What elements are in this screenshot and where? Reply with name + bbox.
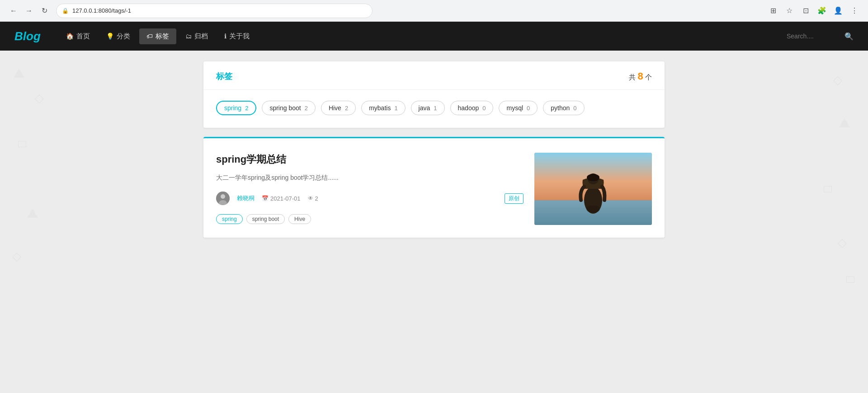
- tag-item-spring-boot[interactable]: spring boot 2: [262, 101, 316, 115]
- tag-count-spring-boot: 2: [305, 105, 308, 112]
- tag-name-java: java: [419, 104, 430, 112]
- post-meta: 赖晓桐 📅 2021-07-01 👁 2 原创: [216, 192, 524, 205]
- nav-label-home: 首页: [76, 32, 90, 41]
- tags-count: 共 8 个: [629, 70, 652, 82]
- deco-shape-1: [14, 69, 24, 78]
- info-icon: ℹ: [224, 33, 226, 40]
- deco-shape-9: [838, 239, 847, 248]
- post-views: 👁 2: [308, 195, 318, 202]
- nav-label-archive: 归档: [194, 32, 208, 41]
- bookmark-icon[interactable]: ☆: [783, 5, 796, 17]
- post-title[interactable]: spring学期总结: [216, 153, 524, 166]
- reload-button[interactable]: ↻: [38, 5, 51, 17]
- post-card-inner: spring学期总结 大二一学年spring及spring boot学习总结..…: [203, 138, 665, 238]
- svg-point-1: [221, 194, 225, 199]
- deco-shape-2: [35, 94, 44, 103]
- menu-icon[interactable]: ⋮: [848, 5, 861, 17]
- post-tag-spring-boot[interactable]: spring boot: [246, 214, 285, 224]
- tag-item-java[interactable]: java 1: [411, 101, 445, 115]
- post-card: spring学期总结 大二一学年spring及spring boot学习总结..…: [203, 137, 665, 238]
- nav-item-about[interactable]: ℹ 关于我: [217, 28, 257, 44]
- tag-name-hive: Hive: [329, 104, 341, 112]
- tag-item-python[interactable]: python 0: [543, 101, 584, 115]
- nav-label-tags: 标签: [156, 32, 169, 41]
- author-name[interactable]: 赖晓桐: [237, 194, 255, 202]
- count-suffix: 个: [645, 73, 652, 81]
- tag-count-spring: 2: [245, 105, 248, 112]
- nav-label-category: 分类: [117, 32, 130, 41]
- tag-name-mysql: mysql: [506, 104, 523, 112]
- post-tags: spring spring boot Hive: [216, 214, 524, 224]
- deco-shape-6: [833, 76, 842, 85]
- back-button[interactable]: ←: [7, 5, 20, 17]
- browser-nav-buttons: ← → ↻: [7, 5, 51, 17]
- author-avatar: [216, 192, 230, 205]
- address-bar[interactable]: 🔒 127.0.0.1:8080/tags/-1: [56, 4, 373, 18]
- post-excerpt: 大二一学年spring及spring boot学习总结......: [216, 173, 524, 182]
- browser-chrome: ← → ↻ 🔒 127.0.0.1:8080/tags/-1 ⊞ ☆ ⊡ 🧩 👤…: [0, 0, 868, 22]
- original-badge: 原创: [505, 193, 524, 204]
- tag-count-hadoop: 0: [482, 105, 486, 112]
- browser-actions: ⊞ ☆ ⊡ 🧩 👤 ⋮: [767, 5, 861, 17]
- tag-name-mybatis: mybatis: [369, 104, 391, 112]
- tag-item-mybatis[interactable]: mybatis 1: [361, 101, 405, 115]
- deco-shape-10: [846, 276, 854, 283]
- deco-shape-7: [839, 118, 850, 127]
- nav-item-home[interactable]: 🏠 首页: [59, 28, 97, 44]
- tag-item-hive[interactable]: Hive 2: [321, 101, 356, 115]
- post-thumbnail[interactable]: [534, 153, 652, 225]
- post-content: spring学期总结 大二一学年spring及spring boot学习总结..…: [216, 153, 524, 225]
- deco-shape-4: [27, 209, 38, 218]
- nav-items: 🏠 首页 💡 分类 🏷 标签 🗂 归档 ℹ 关于我: [59, 28, 787, 44]
- avatar-image: [216, 192, 230, 205]
- tag-item-mysql[interactable]: mysql 0: [499, 101, 538, 115]
- tags-section-title: 标签: [216, 71, 232, 82]
- tag-count-mysql: 0: [527, 105, 530, 112]
- tag-name-hadoop: hadoop: [458, 104, 479, 112]
- screenshot-icon[interactable]: ⊡: [799, 5, 812, 17]
- post-tag-hive[interactable]: Hive: [288, 214, 311, 224]
- svg-point-9: [586, 206, 600, 213]
- post-image-svg: [534, 153, 652, 225]
- user-icon[interactable]: 👤: [832, 5, 844, 17]
- tag-count-hive: 2: [345, 105, 348, 112]
- deco-shape-8: [824, 186, 832, 192]
- tag-name-spring-boot: spring boot: [269, 104, 301, 112]
- tag-icon: 🏷: [146, 33, 153, 40]
- archive-icon: 🗂: [185, 33, 192, 40]
- post-date: 📅 2021-07-01: [262, 195, 301, 202]
- tag-item-hadoop[interactable]: hadoop 0: [450, 101, 494, 115]
- top-nav: Blog 🏠 首页 💡 分类 🏷 标签 🗂 归档 ℹ 关于我 🔍: [0, 22, 868, 51]
- nav-item-archive[interactable]: 🗂 归档: [178, 28, 215, 44]
- tag-count-python: 0: [573, 105, 576, 112]
- translate-icon[interactable]: ⊞: [767, 5, 779, 17]
- tags-list: spring 2 spring boot 2 Hive 2 mybatis 1 …: [203, 90, 665, 128]
- deco-shape-5: [12, 253, 21, 262]
- url-text: 127.0.0.1:8080/tags/-1: [72, 7, 131, 14]
- puzzle-icon[interactable]: 🧩: [816, 5, 828, 17]
- tags-card-header: 标签 共 8 个: [203, 61, 665, 90]
- lock-icon: 🔒: [62, 8, 69, 14]
- count-number: 8: [638, 70, 643, 82]
- forward-button[interactable]: →: [23, 5, 35, 17]
- nav-item-tags[interactable]: 🏷 标签: [139, 28, 176, 44]
- views-text: 2: [315, 195, 318, 202]
- search-button[interactable]: 🔍: [844, 32, 854, 41]
- search-input[interactable]: [787, 33, 841, 40]
- post-tag-spring[interactable]: spring: [216, 214, 243, 224]
- count-prefix: 共: [629, 73, 636, 81]
- search-area: 🔍: [787, 32, 854, 41]
- svg-point-8: [587, 174, 599, 181]
- category-icon: 💡: [106, 33, 114, 40]
- main-content: 标签 共 8 个 spring 2 spring boot 2 Hive: [0, 51, 868, 393]
- tag-item-spring[interactable]: spring 2: [216, 101, 256, 115]
- home-icon: 🏠: [66, 33, 74, 40]
- tag-count-java: 1: [434, 105, 437, 112]
- nav-item-category[interactable]: 💡 分类: [99, 28, 137, 44]
- site-logo[interactable]: Blog: [14, 29, 41, 43]
- content-wrapper: 标签 共 8 个 spring 2 spring boot 2 Hive: [203, 61, 665, 238]
- tags-card: 标签 共 8 个 spring 2 spring boot 2 Hive: [203, 61, 665, 128]
- tag-count-mybatis: 1: [394, 105, 397, 112]
- tag-name-spring: spring: [224, 104, 241, 112]
- calendar-icon: 📅: [262, 195, 269, 201]
